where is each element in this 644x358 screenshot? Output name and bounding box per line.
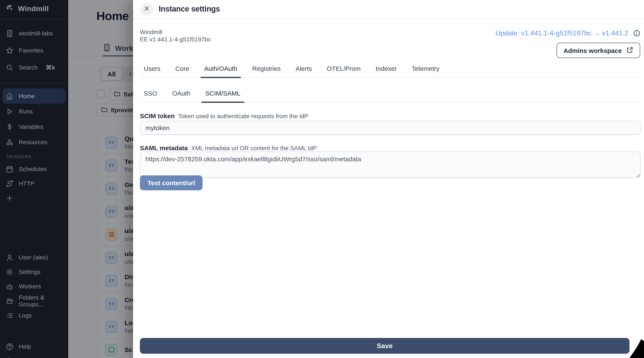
tab-auth-oauth[interactable]: Auth/OAuth	[200, 65, 241, 78]
tab-core[interactable]: Core	[172, 65, 193, 78]
star-icon	[6, 47, 13, 54]
logs-icon	[6, 312, 13, 319]
sidebar-item-label: Runs	[19, 108, 33, 115]
settings-tabs: UsersCoreAuth/OAuthRegistriesAlertsOTEL/…	[140, 65, 640, 78]
tab-oauth[interactable]: OAuth	[168, 90, 194, 102]
drawer-body: Windmill EE v1.441.1-4-g51f5197bc Update…	[133, 19, 644, 358]
tab-telemetry[interactable]: Telemetry	[408, 65, 443, 78]
sidebar-item-workers[interactable]: Workers	[0, 279, 68, 293]
update-row: Update: v1.441.1-4-g51f5197bc → v1.441.2	[495, 30, 640, 37]
play-icon	[6, 108, 13, 115]
version-string: EE v1.441.1-4-g51f5197bc	[140, 36, 211, 43]
sidebar-nav-list: HomeRunsVariablesResources	[0, 88, 68, 150]
tab-users[interactable]: Users	[140, 65, 164, 78]
saml-metadata-label: SAML metadata	[140, 144, 188, 151]
sidebar-item-home[interactable]: Home	[2, 88, 66, 104]
bot-icon	[6, 283, 13, 290]
calendar-icon	[6, 165, 13, 173]
sidebar-item-logs[interactable]: Logs	[0, 308, 68, 322]
sidebar-item-label: Home	[19, 93, 35, 99]
sidebar-bottom-list: User (alex)SettingsWorkersFolders & Grou…	[0, 250, 68, 322]
windmill-logo-icon	[5, 4, 14, 14]
sidebar: Windmill windmill-labsFavoritesSearch⌘k …	[0, 0, 68, 358]
building-icon	[6, 30, 13, 37]
app-screen: Windmill windmill-labsFavoritesSearch⌘k …	[0, 0, 644, 358]
scim-token-field-label: SCIM token Token used to authenticate re…	[140, 112, 308, 120]
instance-settings-drawer: Instance settings Windmill EE v1.441.1-4…	[133, 0, 644, 358]
info-icon[interactable]	[633, 30, 640, 37]
test-content-url-button[interactable]: Test content/url	[140, 175, 203, 190]
sidebar-item-settings[interactable]: Settings	[0, 264, 68, 279]
sidebar-item-http[interactable]: HTTP	[0, 176, 68, 191]
saml-metadata-help: XML metadata url OR content for the SAML…	[191, 145, 317, 151]
tab-alerts[interactable]: Alerts	[292, 65, 316, 78]
modal-backdrop[interactable]	[68, 0, 133, 358]
sidebar-collapse-button[interactable]	[0, 354, 68, 358]
user-icon	[6, 254, 13, 261]
app-name: Windmill	[140, 29, 211, 36]
close-icon	[144, 6, 150, 13]
sidebar-top-list: windmill-labsFavoritesSearch⌘k	[0, 25, 68, 76]
sidebar-item-favorites[interactable]: Favorites	[0, 42, 68, 59]
gear-icon	[6, 268, 13, 275]
admins-workspace-button[interactable]: Admins workspace	[557, 43, 640, 58]
search-icon	[6, 64, 13, 71]
sidebar-help-list: Help	[0, 339, 68, 358]
sidebar-item-label: HTTP	[19, 180, 34, 187]
sidebar-item-schedules[interactable]: Schedules	[0, 162, 68, 176]
app-logo[interactable]: Windmill	[5, 4, 49, 14]
version-info: Windmill EE v1.441.1-4-g51f5197bc	[140, 29, 211, 43]
sidebar-item-variables[interactable]: Variables	[0, 119, 68, 134]
sidebar-item-label: Settings	[19, 268, 40, 275]
sidebar-item-plus[interactable]	[0, 191, 68, 205]
tab-sso[interactable]: SSO	[140, 90, 161, 102]
update-link[interactable]: Update: v1.441.1-4-g51f5197bc → v1.441.2	[495, 30, 628, 37]
folder-icon	[6, 297, 13, 304]
saml-metadata-textarea[interactable]: https://dev-2578259.okta.com/app/exkaell…	[140, 151, 640, 178]
home-icon	[6, 92, 13, 100]
tab-registries[interactable]: Registries	[248, 65, 284, 78]
sidebar-item-search[interactable]: Search⌘k	[0, 59, 68, 76]
sidebar-triggers-list: SchedulesHTTP	[0, 162, 68, 205]
close-button[interactable]	[140, 3, 153, 16]
sidebar-item-label: Variables	[19, 123, 43, 130]
triggers-section-label: TRIGGERS	[6, 154, 32, 159]
save-button[interactable]: Save	[140, 338, 630, 354]
sidebar-divider	[0, 19, 68, 19]
auth-subtabs: SSOOAuthSCIM/SAML	[140, 90, 640, 102]
sidebar-item-label: User (alex)	[19, 254, 48, 261]
admins-workspace-label: Admins workspace	[564, 47, 622, 54]
drawer-header: Instance settings	[133, 0, 644, 19]
sidebar-item-label: Schedules	[19, 166, 47, 172]
arrow-left-icon	[6, 356, 13, 358]
sidebar-item-label: Resources	[19, 139, 47, 146]
cubes-icon	[6, 138, 13, 146]
shortcut-kbd: ⌘k	[46, 64, 55, 71]
tab-otel-prom[interactable]: OTEL/Prom	[323, 65, 364, 78]
sidebar-item-label: windmill-labs	[19, 30, 53, 37]
scim-token-input[interactable]	[140, 121, 640, 135]
sidebar-item-runs[interactable]: Runs	[0, 104, 68, 119]
sidebar-item-label: Search	[19, 64, 38, 71]
help-circle-icon	[6, 343, 13, 350]
sidebar-item-label: Help	[19, 343, 31, 350]
sidebar-item-label: Folders & Groups...	[19, 294, 62, 308]
sidebar-divider	[0, 83, 68, 84]
mouse-cursor	[630, 339, 644, 358]
sidebar-item-label: Workers	[19, 283, 41, 290]
sidebar-item-folders-groups[interactable]: Folders & Groups...	[0, 293, 68, 308]
sidebar-item-windmill-labs[interactable]: windmill-labs	[0, 25, 68, 42]
sidebar-item-label: Favorites	[19, 47, 43, 54]
sidebar-item-resources[interactable]: Resources	[0, 134, 68, 150]
tab-indexer[interactable]: Indexer	[372, 65, 401, 78]
scim-token-label: SCIM token	[140, 112, 175, 120]
sidebar-item-label: Logs	[19, 312, 32, 319]
scim-token-help: Token used to authenticate requests from…	[178, 113, 308, 120]
tab-scim-saml[interactable]: SCIM/SAML	[201, 90, 244, 102]
sidebar-item-help[interactable]: Help	[0, 339, 68, 354]
drawer-title: Instance settings	[159, 5, 220, 14]
sidebar-item-user-alex[interactable]: User (alex)	[0, 250, 68, 264]
app-title: Windmill	[18, 5, 49, 13]
route-icon	[6, 180, 13, 187]
saml-metadata-field-label: SAML metadata XML metadata url OR conten…	[140, 144, 317, 151]
